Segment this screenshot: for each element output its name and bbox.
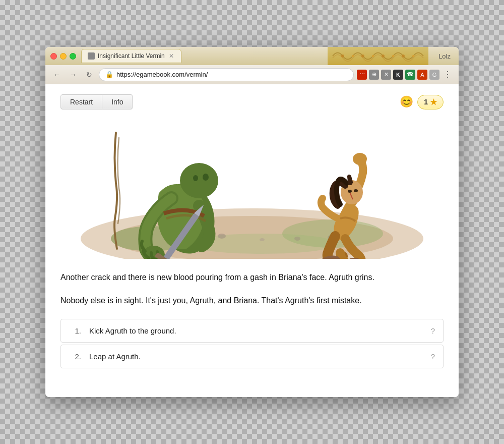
page-content: Restart Info 😊 1 ★ (45, 84, 459, 397)
browser-menu-button[interactable]: ⋮ (442, 70, 454, 79)
svg-point-6 (392, 55, 394, 57)
toolbar-right: 😊 1 ★ (400, 95, 444, 109)
extension-icon-4[interactable]: K (393, 70, 403, 80)
svg-point-1 (361, 54, 364, 58)
svg-point-19 (203, 174, 209, 181)
choice-label-1: Kick Agruth to the ground. (89, 326, 423, 335)
svg-point-13 (218, 234, 226, 239)
svg-point-2 (382, 54, 385, 58)
forward-button[interactable]: → (67, 68, 80, 81)
restart-button[interactable]: Restart (60, 94, 102, 109)
story-text: Another crack and there is new blood pou… (60, 271, 444, 307)
svg-point-4 (352, 55, 354, 57)
browser-extensions: ⋯ ⊕ ✕ K ☎ A G ⋮ (357, 70, 454, 80)
choice-label-2: Leap at Agruth. (89, 352, 423, 361)
nav-bar: ← → ↻ 🔒 https://egamebook.com/vermin/ ⋯ … (45, 65, 459, 84)
svg-point-14 (294, 237, 300, 241)
choices-list: 1. Kick Agruth to the ground. ? 2. Leap … (60, 319, 444, 368)
svg-point-3 (402, 54, 405, 58)
refresh-button[interactable]: ↻ (83, 68, 96, 81)
page-toolbar: Restart Info 😊 1 ★ (60, 94, 444, 109)
story-paragraph-1: Another crack and there is new blood pou… (60, 271, 444, 284)
svg-point-29 (353, 153, 367, 165)
tab-favicon (88, 52, 95, 60)
star-icon: ★ (430, 97, 437, 107)
svg-point-16 (260, 238, 265, 241)
extension-icon-6[interactable]: A (417, 70, 427, 80)
choice-number-1: 1. (69, 326, 81, 335)
url-text: https://egamebook.com/vermin/ (116, 71, 347, 78)
svg-point-5 (372, 55, 374, 57)
star-count: 1 (424, 98, 428, 106)
story-illustration (60, 118, 444, 259)
svg-point-7 (412, 55, 414, 57)
toolbar-left: Restart Info (60, 94, 133, 109)
emoji-button[interactable]: 😊 (400, 95, 413, 108)
ornament-decoration (328, 47, 428, 65)
extension-icon-1[interactable]: ⋯ (357, 70, 367, 80)
close-button[interactable] (50, 53, 57, 60)
address-bar[interactable]: 🔒 https://egamebook.com/vermin/ (99, 68, 354, 81)
back-button[interactable]: ← (50, 68, 64, 81)
extension-icon-7[interactable]: G (429, 70, 439, 80)
svg-point-0 (341, 54, 344, 58)
choice-help-2[interactable]: ? (431, 352, 435, 361)
svg-point-31 (348, 190, 352, 193)
tab-close-button[interactable]: ✕ (168, 52, 175, 60)
window-controls (50, 53, 76, 60)
choice-item-2[interactable]: 2. Leap at Agruth. ? (60, 345, 444, 368)
user-label: Lolz (438, 52, 454, 60)
extension-icon-3[interactable]: ✕ (381, 70, 391, 80)
choice-number-2: 2. (69, 352, 81, 361)
active-tab[interactable]: Insignificant Little Vermin ✕ (81, 49, 181, 63)
extension-icon-5[interactable]: ☎ (405, 70, 415, 80)
svg-point-20 (193, 175, 198, 181)
browser-window: Insignificant Little Vermin ✕ (45, 47, 459, 397)
info-button[interactable]: Info (102, 94, 133, 109)
star-badge: 1 ★ (417, 95, 444, 109)
story-paragraph-2: Nobody else is in sight. It's just you, … (60, 294, 444, 307)
minimize-button[interactable] (60, 53, 67, 60)
tab-title: Insignificant Little Vermin (98, 52, 165, 60)
choice-help-1[interactable]: ? (431, 326, 435, 335)
title-bar: Insignificant Little Vermin ✕ (45, 47, 459, 65)
maximize-button[interactable] (70, 53, 76, 60)
extension-icon-2[interactable]: ⊕ (369, 70, 379, 80)
svg-point-18 (180, 163, 218, 198)
svg-point-32 (354, 189, 358, 192)
choice-item-1[interactable]: 1. Kick Agruth to the ground. ? (60, 319, 444, 343)
